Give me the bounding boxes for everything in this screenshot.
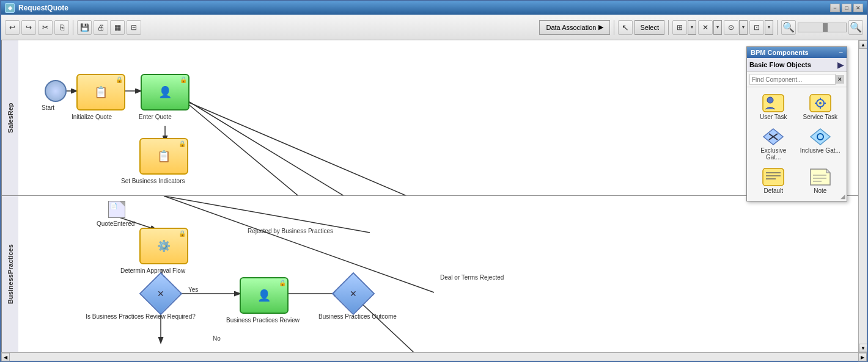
enter-quote-label: Enter Quote [139,114,172,120]
bp-review-label: Business Practices Review [226,317,300,324]
swim-lane-bp-content[interactable]: 📄 QuoteEntered ⚙️ 🔒 Determin Approval Fl… [18,196,858,352]
bp-gateway[interactable]: ✕ [145,278,176,309]
circle-dropdown[interactable]: ▾ [739,20,748,35]
bp-review-task[interactable]: 👤 🔒 [240,277,289,314]
select-label: Select [640,24,659,31]
set-business-task[interactable]: 📋 🔒 [139,138,188,175]
view-mode-button[interactable]: ⊞ [672,20,687,35]
bpm-search-clear-button[interactable]: ✕ [836,75,844,84]
scrollbar-right: ▲ ▼ [858,40,867,352]
swim-lane-salesrep-content[interactable]: Start 📋 🔒 Initialize Quote [18,40,858,195]
quote-entered-object[interactable]: 📄 [108,201,125,218]
quote-entered-label: QuoteEntered [97,220,134,227]
outcome-gateway-icon: ✕ [350,289,357,299]
svg-line-4 [183,100,599,195]
scroll-track-bottom[interactable] [10,353,858,361]
determin-icon: ⚙️ [157,239,171,253]
deal-terms-label: Deal or Terms Rejected [440,274,504,281]
save-button[interactable]: 💾 [77,20,92,35]
redo-button[interactable]: ↪ [21,20,36,35]
bpm-inclusive-gateway[interactable]: Inclusive Gat... [798,125,844,164]
determin-task[interactable]: ⚙️ 🔒 [139,228,188,264]
bpm-nav-arrow[interactable]: ▶ [837,60,844,70]
close-button[interactable]: ✕ [853,4,863,12]
bpm-user-task-icon [762,94,784,112]
fit-button[interactable]: ⊡ [749,20,764,35]
bp-outcome-gateway[interactable]: ✕ [338,278,369,309]
table-button[interactable]: ▦ [110,20,125,35]
copy-button[interactable]: ⎘ [54,20,69,35]
swim-lane-salesrep: SalesRep [1,40,858,196]
determin-lock: 🔒 [178,230,186,237]
init-quote-label: Initialize Quote [72,114,112,120]
toolbar-right: Data Association ▶ ↖ Select ⊞ ▾ ✕ ▾ ⊙ ▾ [539,20,863,35]
bpm-inclusive-gateway-icon [809,128,831,146]
bpm-user-task-label: User Task [760,114,787,120]
app-icon: ◈ [5,3,15,13]
close-view-button[interactable]: ✕ [698,20,713,35]
bpm-default-icon [762,168,784,186]
bpm-default[interactable]: Default [751,165,796,197]
bpm-service-task[interactable]: Service Task [798,91,844,123]
circle-button[interactable]: ⊙ [724,20,738,35]
yes-label: Yes [188,286,198,293]
fit-dropdown[interactable]: ▾ [765,20,773,35]
scroll-up-button[interactable]: ▲ [859,40,867,49]
bpm-nav: Basic Flow Objects ▶ [747,58,847,72]
separator-3 [668,20,669,35]
enter-quote-lock: 🔒 [180,76,187,83]
start-event[interactable] [45,80,67,102]
zoom-slider[interactable] [798,23,847,32]
data-association-button[interactable]: Data Association ▶ [539,20,610,35]
scroll-right-button[interactable]: ▶ [858,353,867,361]
bp-gateway-label: Is Business Practices Review Required? [79,313,202,320]
scroll-down-button[interactable]: ▼ [859,344,867,352]
bpm-panel-title: BPM Components − [747,47,847,58]
toolbar: ↩ ↪ ✂ ⎘ 💾 🖨 ▦ ⊟ Data Association ▶ ↖ Sel… [1,15,867,40]
bottom-scrollbar: ◀ ▶ [1,352,867,361]
zoom-in-button[interactable]: 🔍 [848,20,863,35]
bpm-exclusive-gateway-label: Exclusive Gat... [752,147,795,161]
bpm-note[interactable]: Note [798,165,844,197]
data-association-arrow: ▶ [598,23,603,31]
bpm-nav-label: Basic Flow Objects [749,61,837,68]
gateway-x-icon: ✕ [157,289,164,299]
minimize-button[interactable]: − [830,4,840,12]
init-quote-task[interactable]: 📋 🔒 [76,74,125,110]
bpm-user-task[interactable]: User Task [751,91,796,123]
cut-button[interactable]: ✂ [38,20,53,35]
circle-toggle-group: ⊙ ▾ [724,20,748,35]
init-quote-icon: 📋 [94,85,108,99]
canvas-container[interactable]: SalesRep [1,40,858,352]
svg-line-11 [164,196,370,233]
bpm-exclusive-gateway-icon [762,128,784,146]
print-button[interactable]: 🖨 [94,20,108,35]
view-mode-dropdown[interactable]: ▾ [688,20,696,35]
close-view-dropdown[interactable]: ▾ [713,20,722,35]
cursor-icon: ↖ [618,20,633,35]
enter-quote-task[interactable]: 👤 🔒 [141,74,189,110]
scroll-track-right[interactable] [859,49,867,344]
bp-connections-svg [18,196,858,352]
select-button[interactable]: Select [634,20,664,35]
separator-2 [614,20,614,35]
swim-lane-bp-label: BusinessPractices [1,196,18,352]
bpm-default-label: Default [763,187,783,194]
window-title: RequestQuote [18,4,68,12]
undo-button[interactable]: ↩ [5,20,20,35]
bpm-resize-handle[interactable]: ◢ [840,193,845,200]
bpm-search-area: ✕ [747,72,847,87]
svg-line-12 [164,196,434,292]
data-association-label: Data Association [546,24,596,31]
zoom-out-button[interactable]: 🔍 [781,20,796,35]
bpm-search-input[interactable] [749,74,836,85]
scroll-left-button[interactable]: ◀ [1,353,10,361]
bpm-panel: BPM Components − Basic Flow Objects ▶ ✕ [746,46,847,201]
layout-button[interactable]: ⊟ [127,20,141,35]
svg-line-3 [183,98,397,195]
bpm-panel-collapse[interactable]: − [839,49,843,56]
maximize-button[interactable]: □ [842,4,851,12]
bpm-exclusive-gateway[interactable]: Exclusive Gat... [751,125,796,164]
bpm-components-grid: User Task [747,87,847,201]
set-business-lock: 🔒 [178,140,186,147]
